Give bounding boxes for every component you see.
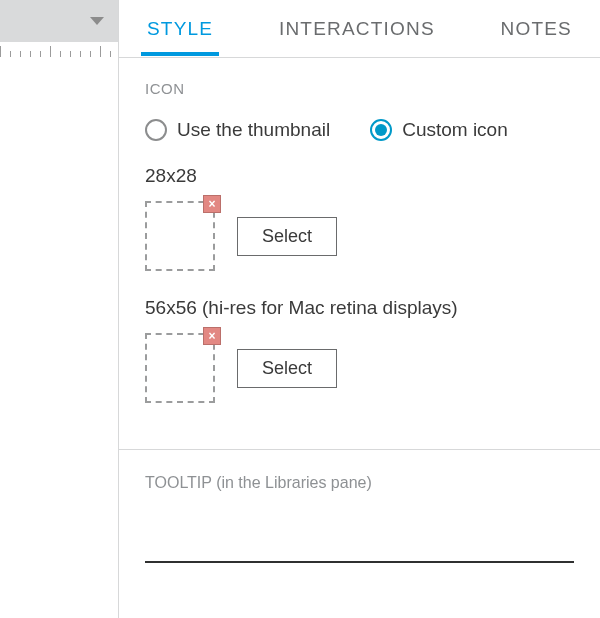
tooltip-section: TOOLTIP (in the Libraries pane)	[119, 450, 600, 563]
tab-interactions[interactable]: INTERACTIONS	[275, 2, 439, 55]
icon-size-56: 56x56 (hi-res for Mac retina displays) ×…	[145, 297, 574, 403]
select-button-28[interactable]: Select	[237, 217, 337, 256]
icon-dropzone-56[interactable]: ×	[145, 333, 215, 403]
chevron-down-icon	[90, 17, 104, 25]
icon-section: ICON Use the thumbnail Custom icon 28x28…	[119, 58, 600, 435]
inspector-panel: STYLE INTERACTIONS NOTES ICON Use the th…	[118, 0, 600, 618]
radio-label: Custom icon	[402, 119, 508, 141]
radio-custom-icon[interactable]: Custom icon	[370, 119, 508, 141]
close-icon[interactable]: ×	[203, 327, 221, 345]
tooltip-section-heading: TOOLTIP (in the Libraries pane)	[145, 474, 574, 492]
toolbar-dropdown[interactable]	[0, 0, 118, 42]
close-icon[interactable]: ×	[203, 195, 221, 213]
radio-icon	[145, 119, 167, 141]
radio-label: Use the thumbnail	[177, 119, 330, 141]
radio-use-thumbnail[interactable]: Use the thumbnail	[145, 119, 330, 141]
tooltip-input[interactable]	[145, 528, 574, 563]
tab-style[interactable]: STYLE	[143, 2, 217, 55]
select-button-56[interactable]: Select	[237, 349, 337, 388]
icon-size-28: 28x28 × Select	[145, 165, 574, 271]
radio-icon	[370, 119, 392, 141]
icon-source-radio-group: Use the thumbnail Custom icon	[145, 119, 574, 141]
icon-size-label: 56x56 (hi-res for Mac retina displays)	[145, 297, 574, 319]
horizontal-ruler	[0, 42, 118, 64]
icon-size-label: 28x28	[145, 165, 574, 187]
icon-section-heading: ICON	[145, 80, 574, 97]
tab-notes[interactable]: NOTES	[497, 2, 576, 55]
inspector-tabs: STYLE INTERACTIONS NOTES	[119, 0, 600, 58]
icon-dropzone-28[interactable]: ×	[145, 201, 215, 271]
